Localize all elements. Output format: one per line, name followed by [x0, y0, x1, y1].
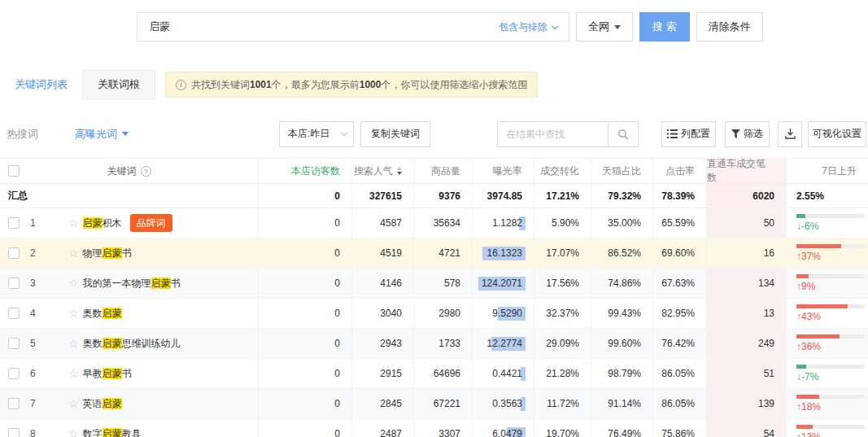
filter-button[interactable]: 筛选 [725, 121, 770, 147]
store-date-select[interactable]: 本店:昨日 [279, 121, 354, 147]
chevron-down-icon [552, 22, 558, 28]
find-in-results [497, 121, 639, 147]
keyword-link[interactable]: 奥数启蒙 [83, 307, 122, 321]
rise-bar-fill [796, 334, 840, 339]
cell-search-popularity: 2487 [352, 419, 414, 437]
tab-related-roots[interactable]: 关联词根 [82, 70, 155, 99]
cell-7day-rise: ↑36% [787, 329, 868, 358]
row-index: 8 [30, 428, 45, 437]
column-config-button[interactable]: 列配置 [661, 121, 716, 147]
find-in-results-input[interactable] [497, 121, 608, 147]
visualization-settings-button[interactable]: 可视化设置 [808, 121, 866, 147]
summary-rise: 2.55% [787, 184, 868, 208]
rise-bar-fill [796, 244, 841, 248]
favorite-star-icon[interactable]: ☆ [68, 427, 79, 437]
notice-count: 1001 [250, 79, 272, 90]
exposure-value: 16.1323 [487, 247, 522, 259]
keyword-highlight: 启蒙 [151, 277, 171, 289]
hot-words-tab[interactable]: 热搜词 [7, 127, 38, 142]
header-exposure-rate[interactable]: 曝光率 [473, 159, 534, 183]
high-exposure-label: 高曝光词 [75, 127, 117, 142]
row-checkbox[interactable] [8, 398, 20, 409]
search-magnifier-button[interactable] [608, 121, 639, 147]
tabs-row: 关键词列表 关联词根 共找到关键词 1001个，最多为您展示前1000个，你可以… [0, 70, 868, 99]
cell-ztc-orders: 54 [707, 419, 787, 437]
search-query-value[interactable]: 启蒙 [149, 20, 170, 34]
cell-7day-rise: ↑37% [787, 238, 868, 268]
cell-store-visitors: 0 [259, 238, 352, 268]
keyword-link[interactable]: 英语启蒙 [83, 397, 122, 411]
table-row: 4☆奥数启蒙0304029809.529032.37%99.43%82.95%1… [0, 299, 868, 329]
row-checkbox[interactable] [8, 428, 20, 437]
notice-text: 共找到关键词 [191, 78, 250, 92]
favorite-star-icon[interactable]: ☆ [68, 337, 79, 350]
row-checkbox[interactable] [8, 277, 20, 289]
row-checkbox[interactable] [8, 368, 20, 379]
keyword-link[interactable]: 数字启蒙教具 [83, 427, 142, 437]
header-store-visitors[interactable]: 本店访客数 [259, 159, 352, 183]
arrow-up-icon: ↑ [796, 281, 801, 292]
search-button[interactable]: 搜 索 [639, 12, 690, 42]
table-row: 6☆早教启蒙书02915646960.442121.28%98.79%86.05… [0, 359, 868, 389]
keyword-cell: 5☆奥数启蒙思维训练幼儿 [0, 329, 259, 358]
cell-ztc-orders: 13 [707, 299, 787, 328]
download-button[interactable] [778, 121, 802, 147]
header-7day-rise[interactable]: 7日上升 [787, 159, 868, 183]
scope-label: 全网 [588, 20, 609, 34]
help-icon[interactable] [141, 166, 151, 177]
favorite-star-icon[interactable]: ☆ [68, 307, 79, 320]
rise-bar-track [796, 365, 865, 369]
keyword-highlight: 启蒙 [103, 428, 122, 437]
scope-dropdown-button[interactable]: 全网 [576, 12, 633, 42]
keyword-link[interactable]: 物理启蒙书 [83, 247, 132, 260]
favorite-star-icon[interactable]: ☆ [68, 397, 79, 410]
keyword-cell: 3☆我的第一本物理启蒙书 [0, 269, 259, 298]
row-checkbox[interactable] [8, 247, 20, 259]
favorite-star-icon[interactable]: ☆ [68, 247, 79, 260]
table-row: 5☆奥数启蒙思维训练幼儿02943173312.277429.09%99.60%… [0, 329, 868, 359]
cell-exposure-rate: 6.0479 [473, 419, 534, 437]
tab-keyword-list[interactable]: 关键词列表 [0, 70, 82, 99]
header-ztc-orders[interactable]: 直通车成交笔数 [707, 159, 787, 183]
copy-keywords-button[interactable]: 复制关键词 [360, 121, 430, 147]
keyword-link[interactable]: 启蒙积木 [83, 216, 122, 230]
store-date-value: 本店:昨日 [288, 127, 329, 141]
include-exclude-link[interactable]: 包含与排除 [499, 20, 557, 34]
clear-conditions-button[interactable]: 清除条件 [696, 12, 763, 42]
high-exposure-dropdown[interactable]: 高曝光词 [75, 127, 129, 142]
cell-7day-rise: ↓-7% [787, 359, 868, 388]
keyword-search-input[interactable]: 启蒙 包含与排除 [137, 12, 569, 42]
keyword-link[interactable]: 奥数启蒙思维训练幼儿 [83, 337, 181, 351]
cell-product-count: 4721 [414, 238, 473, 268]
sort-icon[interactable] [397, 167, 402, 175]
arrow-up-icon: ↑ [796, 311, 801, 322]
header-ctr[interactable]: 点击率 [653, 159, 707, 183]
cell-conversion: 21.28% [534, 359, 591, 388]
download-icon [785, 129, 796, 139]
row-checkbox[interactable] [8, 308, 20, 319]
header-search-popularity[interactable]: 搜索人气 [352, 159, 414, 183]
favorite-star-icon[interactable]: ☆ [68, 277, 79, 290]
keyword-link[interactable]: 早教启蒙书 [83, 367, 132, 381]
keyword-link[interactable]: 我的第一本物理启蒙书 [83, 277, 181, 291]
row-checkbox[interactable] [8, 338, 20, 349]
row-index: 5 [30, 338, 45, 349]
rise-value: ↑36% [796, 341, 821, 352]
header-product-count[interactable]: 商品量 [414, 159, 473, 183]
favorite-star-icon[interactable]: ☆ [68, 216, 79, 229]
row-checkbox[interactable] [8, 217, 20, 229]
cell-store-visitors: 0 [259, 208, 352, 238]
cell-ctr: 86.05% [653, 389, 707, 418]
keyword-table: 关键词 本店访客数 搜索人气 商品量 曝光率 成交转化 天猫占比 点击率 直通车… [0, 158, 868, 437]
row-index: 6 [30, 368, 45, 379]
row-index: 1 [30, 217, 45, 229]
cell-store-visitors: 0 [259, 419, 352, 437]
cell-search-popularity: 4519 [352, 238, 414, 268]
header-tmall-share[interactable]: 天猫占比 [591, 159, 653, 183]
cell-exposure-rate: 1.1282 [473, 208, 534, 238]
rise-bar-fill [796, 214, 805, 218]
header-conversion[interactable]: 成交转化 [534, 159, 591, 183]
rise-bar-track [796, 304, 865, 308]
favorite-star-icon[interactable]: ☆ [68, 367, 79, 380]
summary-tmall: 79.32% [591, 184, 653, 208]
